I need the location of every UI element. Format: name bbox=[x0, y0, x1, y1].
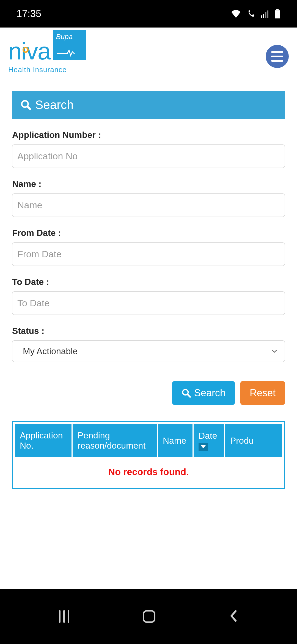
brand-tagline: Health Insurance bbox=[8, 66, 67, 74]
col-product[interactable]: Produ bbox=[225, 424, 282, 457]
bupa-badge: Bupa bbox=[53, 30, 86, 60]
svg-rect-1 bbox=[263, 14, 265, 18]
to-date-label: To Date : bbox=[12, 277, 285, 287]
status-select[interactable]: My Actionable bbox=[12, 340, 285, 362]
app-header: niva Bupa Health Insurance bbox=[0, 28, 297, 85]
android-status-bar: 17:35 bbox=[0, 0, 297, 28]
android-nav-bar bbox=[0, 589, 297, 644]
svg-rect-3 bbox=[267, 10, 269, 18]
brand-logo: niva Bupa Health Insurance bbox=[8, 39, 86, 74]
status-icons bbox=[231, 9, 280, 18]
name-input[interactable] bbox=[12, 193, 285, 217]
status-time: 17:35 bbox=[16, 8, 41, 20]
name-label: Name : bbox=[12, 179, 285, 189]
col-pending-reason[interactable]: Pending reason/document bbox=[73, 424, 158, 457]
results-table: Application No. Pending reason/document … bbox=[12, 421, 285, 489]
svg-rect-2 bbox=[265, 12, 266, 18]
search-panel-title: Search bbox=[35, 98, 73, 112]
brand-dot-icon bbox=[23, 47, 29, 53]
svg-line-9 bbox=[187, 394, 190, 397]
col-application-no[interactable]: Application No. bbox=[15, 424, 73, 457]
menu-button[interactable] bbox=[266, 45, 289, 68]
application-number-input[interactable] bbox=[12, 144, 285, 168]
search-icon bbox=[20, 99, 31, 110]
to-date-input[interactable] bbox=[12, 291, 285, 315]
svg-rect-5 bbox=[275, 10, 280, 18]
svg-rect-0 bbox=[261, 15, 262, 18]
col-name[interactable]: Name bbox=[158, 424, 194, 457]
search-button[interactable]: Search bbox=[172, 381, 235, 405]
nav-back-button[interactable] bbox=[229, 609, 238, 624]
signal-icon bbox=[261, 10, 270, 18]
from-date-input[interactable] bbox=[12, 242, 285, 266]
wifi-icon bbox=[231, 10, 241, 18]
brand-name: niva bbox=[8, 39, 50, 63]
svg-rect-4 bbox=[276, 9, 279, 10]
status-label: Status : bbox=[12, 326, 285, 336]
search-panel-header: Search bbox=[12, 91, 285, 119]
svg-line-7 bbox=[27, 106, 31, 110]
search-icon bbox=[182, 388, 191, 398]
col-date[interactable]: Date bbox=[194, 424, 225, 457]
table-header-row: Application No. Pending reason/document … bbox=[13, 424, 284, 457]
nav-recent-button[interactable] bbox=[59, 610, 69, 623]
reset-button[interactable]: Reset bbox=[240, 381, 285, 405]
battery-icon bbox=[274, 9, 280, 18]
from-date-label: From Date : bbox=[12, 228, 285, 238]
nav-home-button[interactable] bbox=[143, 610, 155, 623]
no-records-message: No records found. bbox=[13, 457, 284, 488]
call-wifi-icon bbox=[246, 10, 256, 18]
sort-desc-icon bbox=[199, 443, 208, 451]
application-number-label: Application Number : bbox=[12, 130, 285, 140]
